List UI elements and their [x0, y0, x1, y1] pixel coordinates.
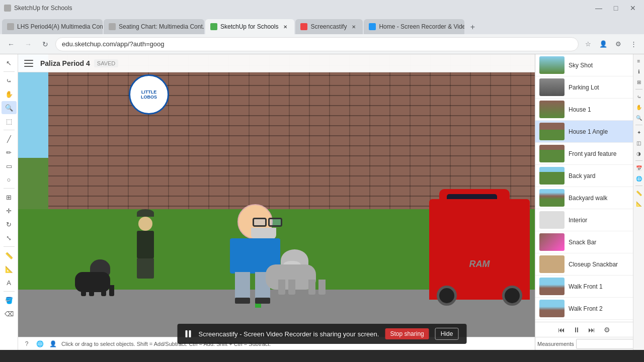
maximize-button[interactable]: □ [609, 1, 623, 15]
scene-thumb-s5 [539, 145, 565, 162]
url-bar[interactable]: edu.sketchup.com/app/?auth=goog [55, 37, 579, 51]
back-button[interactable]: ← [4, 37, 18, 51]
rmb-geo-icon[interactable]: 🌐 [634, 174, 643, 183]
panel-controls: ⏮ ⏸ ⏭ ⚙ [535, 322, 633, 337]
tab-lhs[interactable]: LHS Period4(A) Multimedia Con... ✕ [2, 19, 103, 34]
tool-text[interactable]: A [2, 276, 17, 289]
scene-thumb-s10 [539, 255, 565, 273]
measurements-label: Measurements [537, 341, 574, 347]
scene-thumb-s7 [539, 189, 565, 207]
rmb-pan-icon[interactable]: ✋ [634, 103, 643, 112]
title-bar-text: SketchUp for Schools [14, 5, 72, 12]
rmb-zoom-icon[interactable]: 🔍 [634, 113, 643, 122]
scene-item-s8[interactable]: Interior [535, 209, 633, 231]
measurements-input[interactable] [576, 339, 633, 349]
hamburger-button[interactable] [22, 56, 36, 70]
rmb-style-icon[interactable]: ◑ [634, 149, 643, 158]
tool-zoom-extent[interactable]: ⬚ [2, 115, 17, 128]
new-tab-button[interactable]: + [465, 20, 479, 34]
scene-item-s12[interactable]: Walk Front 2 [535, 298, 633, 320]
toolbar-sep-3 [4, 188, 15, 189]
panel-settings-button[interactable]: ⚙ [601, 324, 612, 335]
tab-label-home: Home - Screen Recorder & Vide... [379, 23, 464, 30]
tool-tape[interactable]: 📏 [2, 249, 17, 262]
right-panel: Sky ShotParking LotHouse 1House 1 AngleF… [535, 54, 633, 350]
scene-item-s4[interactable]: House 1 Angle [535, 121, 633, 143]
tool-circle[interactable]: ○ [2, 173, 17, 186]
panel-next-button[interactable]: ⏭ [586, 324, 597, 335]
rmb-components-icon[interactable]: ⊞ [634, 77, 643, 86]
tab-home[interactable]: Home - Screen Recorder & Vide... ✕ [364, 19, 464, 34]
address-bar: ← → ↻ edu.sketchup.com/app/?auth=goog ☆ … [0, 34, 644, 54]
rmb-calendar-icon[interactable]: 📅 [634, 163, 643, 172]
tool-zoom[interactable]: 🔍 [2, 101, 17, 114]
tool-orbit[interactable]: ⤿ [2, 74, 17, 87]
tab-screencastify[interactable]: Screencastify ✕ [295, 19, 363, 34]
url-text: edu.sketchup.com/app/?auth=goog [62, 40, 164, 48]
scene-item-s10[interactable]: Closeup Snackbar [535, 253, 633, 276]
browser-icons: ☆ 👤 ⚙ ⋮ [582, 38, 640, 51]
char-head [237, 204, 273, 239]
viewport[interactable]: Paliza Period 4 SAVED LITTLELOBOS RAM [18, 54, 535, 350]
reload-button[interactable]: ↻ [38, 37, 52, 51]
scene-item-s6[interactable]: Back yard [535, 165, 633, 187]
menu-icon[interactable]: ⋮ [627, 38, 640, 51]
scene-item-s1[interactable]: Sky Shot [535, 54, 633, 76]
tool-draw-line[interactable]: ╱ [2, 132, 17, 145]
bookmark-icon[interactable]: ☆ [582, 38, 595, 51]
scene-item-s2[interactable]: Parking Lot [535, 76, 633, 99]
minimize-button[interactable]: — [592, 1, 606, 15]
tab-seating[interactable]: Seating Chart: Multimedia Cont... ✕ [104, 19, 204, 34]
rmb-sep-1 [635, 89, 642, 89]
hide-button[interactable]: Hide [435, 328, 459, 340]
profile-icon[interactable]: 👤 [597, 38, 610, 51]
status-help-icon[interactable]: ? [22, 339, 31, 348]
tool-move[interactable]: ✛ [2, 204, 17, 217]
panel-pause-button[interactable]: ⏸ [571, 324, 582, 335]
scene-item-s3[interactable]: House 1 [535, 99, 633, 121]
tool-paint[interactable]: 🪣 [2, 294, 17, 307]
rmb-inspector-icon[interactable]: ℹ [634, 67, 643, 76]
stop-sharing-button[interactable]: Stop sharing [385, 328, 429, 339]
rmb-measure-icon[interactable]: 📏 [634, 189, 643, 198]
tool-select[interactable]: ↖ [2, 56, 17, 69]
rmb-xray-icon[interactable]: ◫ [634, 138, 643, 147]
tool-pan[interactable]: ✋ [2, 87, 17, 101]
tab-sketchup[interactable]: SketchUp for Schools ✕ [205, 19, 294, 34]
bdog-body [75, 272, 110, 292]
scene-item-s11[interactable]: Walk Front 1 [535, 276, 633, 298]
tab-close-screencastify[interactable]: ✕ [350, 23, 358, 31]
scene-label-s2: Parking Lot [569, 84, 599, 91]
tool-push-pull[interactable]: ⊞ [2, 191, 17, 204]
tool-rect[interactable]: ▭ [2, 159, 17, 172]
close-button[interactable]: ✕ [626, 1, 640, 15]
rmb-section-icon[interactable]: ✦ [634, 128, 643, 137]
saved-badge: SAVED [94, 59, 118, 67]
tool-protractor[interactable]: 📐 [2, 262, 17, 276]
scene-item-s5[interactable]: Front yard feature [535, 143, 633, 165]
female-character [132, 214, 159, 280]
panel-prev-button[interactable]: ⏮ [556, 324, 567, 335]
tab-label-screencastify: Screencastify [310, 23, 347, 30]
tool-rotate[interactable]: ↻ [2, 218, 17, 231]
forward-button[interactable]: → [21, 37, 35, 51]
extensions-icon[interactable]: ⚙ [612, 38, 625, 51]
scene-label-s4: House 1 Angle [569, 128, 608, 135]
rmb-angle-icon[interactable]: 📐 [634, 199, 643, 208]
status-geo-icon[interactable]: 🌐 [35, 339, 44, 348]
scene-label-s1: Sky Shot [569, 62, 593, 69]
browser-chrome: SketchUp for Schools — □ ✕ LHS Period4(A… [0, 0, 644, 54]
rmb-layers-icon[interactable]: ≡ [634, 56, 643, 65]
tab-close-sketchup[interactable]: ✕ [281, 23, 289, 31]
wolf-leg3 [308, 280, 315, 295]
status-person-icon[interactable]: 👤 [48, 339, 57, 348]
tool-eraser[interactable]: ⌫ [2, 307, 17, 320]
rmb-orbit-icon[interactable]: ⤿ [634, 92, 643, 101]
scene-item-s7[interactable]: Backyard walk [535, 187, 633, 209]
toolbar-sep-1 [4, 71, 15, 72]
char-glasses [253, 218, 285, 227]
tool-pencil[interactable]: ✏ [2, 146, 17, 159]
tool-scale[interactable]: ⤡ [2, 231, 17, 244]
truck-wheel-right [502, 286, 522, 306]
scene-item-s9[interactable]: Snack Bar [535, 231, 633, 253]
